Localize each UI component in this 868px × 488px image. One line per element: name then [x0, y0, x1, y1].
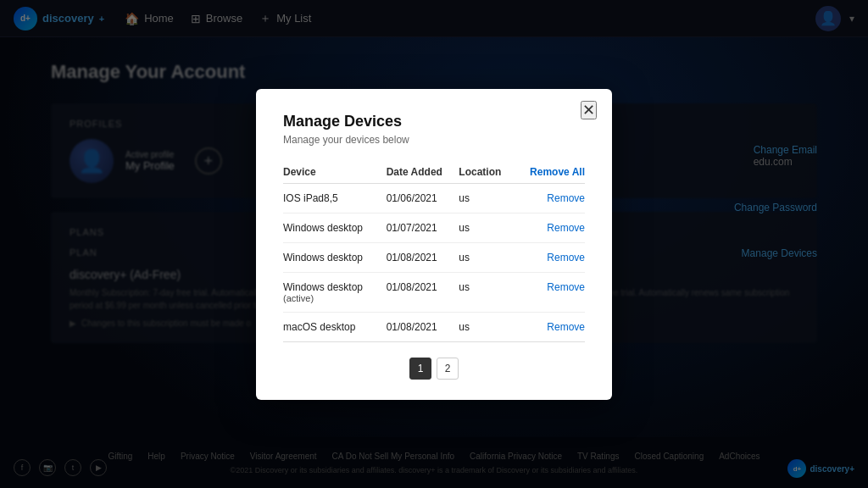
remove-device-button[interactable]: Remove: [514, 242, 585, 272]
date-added-cell: 01/06/2021: [387, 183, 459, 213]
page-1-button[interactable]: 1: [409, 358, 431, 380]
device-name-cell: IOS iPad8,5: [283, 183, 387, 213]
remove-all-button[interactable]: Remove All: [514, 161, 585, 184]
location-cell: us: [459, 242, 514, 272]
date-added-cell: 01/08/2021: [387, 242, 459, 272]
modal-title: Manage Devices: [283, 113, 585, 130]
page-2-button[interactable]: 2: [437, 358, 459, 380]
location-cell: us: [459, 272, 514, 312]
device-name-cell: Windows desktop: [283, 213, 387, 242]
location-cell: us: [459, 183, 514, 213]
remove-device-button[interactable]: Remove: [514, 312, 585, 341]
device-name-cell: macOS desktop: [283, 312, 387, 341]
location-cell: us: [459, 213, 514, 242]
col-device: Device: [283, 161, 387, 184]
devices-table: Device Date Added Location Remove All IO…: [283, 161, 585, 342]
modal-subtitle: Manage your devices below: [283, 134, 585, 146]
remove-device-button[interactable]: Remove: [514, 183, 585, 213]
remove-device-button[interactable]: Remove: [514, 272, 585, 312]
date-added-cell: 01/07/2021: [387, 213, 459, 242]
manage-devices-modal: ✕ Manage Devices Manage your devices bel…: [256, 89, 612, 400]
table-row: macOS desktop01/08/2021usRemove: [283, 312, 585, 341]
date-added-cell: 01/08/2021: [387, 312, 459, 341]
date-added-cell: 01/08/2021: [387, 272, 459, 312]
pagination: 1 2: [283, 358, 585, 380]
table-header-row: Device Date Added Location Remove All: [283, 161, 585, 184]
device-active-label: (active): [283, 293, 387, 303]
modal-overlay: ✕ Manage Devices Manage your devices bel…: [0, 0, 868, 488]
modal-close-button[interactable]: ✕: [581, 101, 597, 119]
table-row: Windows desktop01/07/2021usRemove: [283, 213, 585, 242]
table-row: Windows desktop(active)01/08/2021usRemov…: [283, 272, 585, 312]
remove-device-button[interactable]: Remove: [514, 213, 585, 242]
location-cell: us: [459, 312, 514, 341]
col-date: Date Added: [387, 161, 459, 184]
table-row: IOS iPad8,501/06/2021usRemove: [283, 183, 585, 213]
device-name-cell: Windows desktop: [283, 242, 387, 272]
table-row: Windows desktop01/08/2021usRemove: [283, 242, 585, 272]
device-name-cell: Windows desktop(active): [283, 272, 387, 312]
col-location: Location: [459, 161, 514, 184]
